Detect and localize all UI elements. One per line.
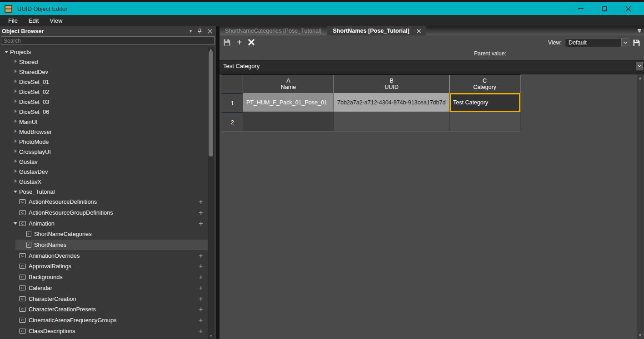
delete-button[interactable] xyxy=(248,38,255,46)
expand-icon[interactable] xyxy=(12,169,19,174)
panel-divider[interactable] xyxy=(216,26,220,339)
collapse-icon[interactable] xyxy=(12,221,19,226)
tree-item-modbrowser[interactable]: ModBrowser xyxy=(0,127,208,137)
tree-item-diceset-06[interactable]: DiceSet_06 xyxy=(0,107,208,117)
menu-edit[interactable]: Edit xyxy=(24,16,43,25)
add-item-button[interactable]: + xyxy=(199,305,203,313)
tree-item-actionresourcegroupdefinitions[interactable]: CActionResourceGroupDefinitions+ xyxy=(0,207,208,218)
add-item-button[interactable]: + xyxy=(199,252,203,260)
tree-item-actionresourcedefinitions[interactable]: CActionResourceDefinitions+ xyxy=(0,197,208,207)
row-header-1[interactable]: 1 xyxy=(221,93,243,112)
add-item-button[interactable]: + xyxy=(199,295,203,303)
row-header-2[interactable]: 2 xyxy=(221,112,243,131)
cell-A2[interactable] xyxy=(243,112,334,131)
view-select[interactable]: Default xyxy=(565,38,629,47)
object-browser-panel: Object Browser ▾ ProjectsSharedSharedDev… xyxy=(0,26,216,339)
expand-icon[interactable] xyxy=(12,79,19,84)
category-combobox-chevron[interactable] xyxy=(636,62,643,70)
view-select-chevron[interactable] xyxy=(621,39,629,47)
panel-menu-icon[interactable]: ▾ xyxy=(190,29,192,34)
tree-item-shared[interactable]: Shared xyxy=(0,57,208,67)
tree-scrollbar-thumb[interactable] xyxy=(209,51,213,157)
tree-item-item[interactable]: C xyxy=(0,336,208,339)
tab-close-button[interactable] xyxy=(417,29,421,33)
tree-item-backgrounds[interactable]: CBackgrounds+ xyxy=(0,272,208,283)
tree-item-shortnamecategories[interactable]: FShortNameCategories xyxy=(0,229,208,240)
menu-file[interactable]: File xyxy=(4,16,22,25)
maximize-button[interactable] xyxy=(599,5,609,13)
panel-close-icon[interactable] xyxy=(208,29,212,34)
grid-scrollbar[interactable]: ▲ ▼ xyxy=(637,74,644,339)
tree-item-shareddev[interactable]: SharedDev xyxy=(0,67,208,77)
expand-icon[interactable] xyxy=(12,59,19,64)
expand-icon[interactable] xyxy=(12,159,19,164)
minimize-button[interactable] xyxy=(576,5,586,13)
cell-B1[interactable]: 7bb2a7a2-a712-4304-974b-913cea17db7d xyxy=(334,93,449,112)
expand-icon[interactable] xyxy=(12,89,19,94)
tree-item-pose-tutorial[interactable]: Pose_Tutorial xyxy=(0,187,208,197)
expand-icon[interactable] xyxy=(12,69,19,74)
tab-list-icon[interactable] xyxy=(638,29,641,33)
tree-item-charactercreation[interactable]: CCharacterCreation+ xyxy=(0,293,208,304)
tree-item-charactercreationpresets[interactable]: CCharacterCreationPresets+ xyxy=(0,304,208,315)
tree-item-diceset-02[interactable]: DiceSet_02 xyxy=(0,87,208,97)
scroll-up-icon[interactable]: ▲ xyxy=(637,76,644,80)
tree-item-diceset-01[interactable]: DiceSet_01 xyxy=(0,77,208,87)
tree-item-crossplayui[interactable]: CrossplayUI xyxy=(0,147,208,157)
tree-scrollbar[interactable]: ▲ ▼ xyxy=(208,47,214,339)
add-item-button[interactable]: + xyxy=(199,273,203,281)
tree-item-animation[interactable]: CAnimation+ xyxy=(0,218,208,229)
expand-icon[interactable] xyxy=(12,109,19,114)
tree-item-projects[interactable]: Projects xyxy=(0,47,208,57)
add-item-button[interactable]: + xyxy=(199,284,203,292)
tree-item-gustavx[interactable]: GustavX xyxy=(0,177,208,187)
expand-icon[interactable] xyxy=(12,179,19,184)
tree-item-photomode[interactable]: PhotoMode xyxy=(0,137,208,147)
add-item-button[interactable]: + xyxy=(199,220,203,227)
tree-item-classdescriptions[interactable]: CClassDescriptions+ xyxy=(0,325,208,336)
add-item-button[interactable]: + xyxy=(199,209,203,216)
add-item-button[interactable]: + xyxy=(199,198,203,206)
expand-icon[interactable] xyxy=(12,149,19,154)
cell-C1[interactable]: Test Category xyxy=(449,93,520,112)
scroll-down-icon[interactable]: ▼ xyxy=(208,334,214,338)
tab-shortnamecategories-pose-tutorial[interactable]: ShortNameCategories [Pose_Tutorial] xyxy=(220,26,327,35)
column-header-uuid[interactable]: BUUID xyxy=(334,75,449,93)
tree-item-gustavdev[interactable]: GustavDev xyxy=(0,167,208,177)
collapse-icon[interactable] xyxy=(3,50,10,54)
grid-corner-cell[interactable] xyxy=(221,75,243,93)
expand-icon[interactable] xyxy=(12,119,19,124)
tree-item-shortnames[interactable]: FShortNames xyxy=(0,240,208,251)
tab-shortnames-pose-tutorial[interactable]: ShortNames [Pose_Tutorial] xyxy=(327,26,426,35)
scroll-down-icon[interactable]: ▼ xyxy=(637,333,644,338)
save-view-button[interactable] xyxy=(633,39,640,47)
cell-C2[interactable] xyxy=(449,112,520,131)
column-header-category[interactable]: CCategory xyxy=(449,75,520,93)
expand-icon[interactable] xyxy=(12,99,19,104)
tree-item-mainui[interactable]: MainUI xyxy=(0,117,208,127)
add-item-button[interactable]: + xyxy=(199,262,203,270)
tree-item-gustav[interactable]: Gustav xyxy=(0,157,208,167)
expand-icon[interactable] xyxy=(12,139,19,144)
tree-item-label: MainUI xyxy=(19,118,38,125)
category-combobox[interactable]: Test Category xyxy=(220,60,644,71)
tab-label: ShortNames [Pose_Tutorial] xyxy=(333,28,409,34)
tree-item-animationoverrides[interactable]: CAnimationOverrides+ xyxy=(0,250,208,261)
search-input[interactable] xyxy=(1,36,215,45)
expand-icon[interactable] xyxy=(12,129,19,134)
collapse-icon[interactable] xyxy=(12,190,19,194)
add-item-button[interactable]: + xyxy=(199,327,203,335)
save-button[interactable] xyxy=(223,38,231,46)
tree-item-cinematicarenafrequencygroups[interactable]: CCinematicArenaFrequencyGroups+ xyxy=(0,315,208,326)
tree-item-diceset-03[interactable]: DiceSet_03 xyxy=(0,97,208,107)
close-button[interactable] xyxy=(623,5,633,13)
pin-icon[interactable] xyxy=(198,29,202,34)
cell-B2[interactable] xyxy=(334,112,449,131)
add-button[interactable]: + xyxy=(237,38,242,46)
add-item-button[interactable]: + xyxy=(199,316,203,324)
menu-view[interactable]: View xyxy=(45,16,67,25)
column-header-name[interactable]: AName xyxy=(243,75,334,93)
cell-A1[interactable]: PT_HUM_F_Pack_01_Pose_01 xyxy=(243,93,334,112)
tree-item-approvalratings[interactable]: CApprovalRatings+ xyxy=(0,261,208,272)
tree-item-calendar[interactable]: CCalendar+ xyxy=(0,283,208,294)
